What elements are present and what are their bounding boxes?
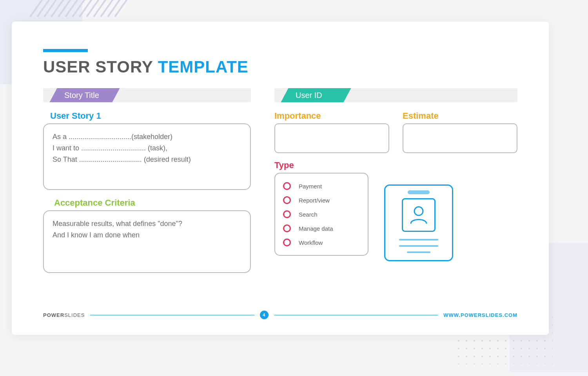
footer-rule-left	[90, 315, 254, 315]
bg-hatch	[38, 0, 132, 20]
slide-card: USER STORY TEMPLATE Story Title User Sto…	[12, 22, 549, 335]
type-option-label: Search	[299, 211, 318, 218]
importance-label: Importance	[274, 111, 389, 121]
story-line-2: I want to ..............................…	[53, 143, 241, 154]
title-part1: USER STORY	[43, 58, 153, 76]
radio-icon	[283, 239, 291, 246]
user-story-heading: User Story 1	[50, 111, 251, 121]
svg-point-0	[414, 207, 423, 215]
user-id-tab-row: User ID	[274, 88, 517, 102]
acceptance-criteria-box: Measurable results, what defines "done"?…	[43, 210, 251, 273]
card-line	[407, 251, 430, 253]
card-notch	[408, 190, 430, 194]
slide-footer: POWERSLIDES 4 WWW.POWERSLIDES.COM	[43, 311, 517, 319]
title-part2: TEMPLATE	[158, 58, 249, 76]
type-option-manage[interactable]: Manage data	[282, 221, 361, 235]
avatar-frame	[402, 198, 436, 232]
right-column: User ID Importance Estimate Type Payment	[274, 88, 517, 273]
acceptance-criteria-heading: Acceptance Criteria	[54, 198, 251, 208]
radio-icon	[283, 224, 291, 232]
criteria-line-2: And I know I am done when	[53, 230, 241, 241]
story-line-3: So That ................................…	[53, 154, 241, 165]
radio-icon	[283, 196, 291, 204]
brand-slim: SLIDES	[64, 312, 85, 318]
brand-bold: POWER	[43, 312, 64, 318]
criteria-line-1: Measurable results, what defines "done"?	[53, 218, 241, 230]
footer-url: WWW.POWERSLIDES.COM	[443, 312, 517, 318]
importance-box	[274, 123, 389, 153]
story-line-1: As a ................................(st…	[53, 131, 241, 143]
estimate-group: Estimate	[403, 111, 517, 153]
user-id-tab-label: User ID	[296, 88, 322, 102]
type-option-payment[interactable]: Payment	[282, 179, 361, 193]
type-label: Type	[274, 160, 517, 170]
accent-bar	[43, 49, 88, 52]
story-title-tab-label: Story Title	[64, 88, 99, 102]
card-line	[399, 245, 438, 247]
type-box: Payment Report/view Search Manage data	[274, 173, 368, 256]
type-option-workflow[interactable]: Workflow	[282, 235, 361, 249]
person-icon	[408, 204, 430, 226]
estimate-box	[403, 123, 517, 153]
footer-rule-right	[274, 315, 438, 315]
type-option-label: Workflow	[299, 239, 323, 246]
type-option-search[interactable]: Search	[282, 207, 361, 221]
user-story-box: As a ................................(st…	[43, 123, 251, 190]
card-line	[399, 239, 438, 240]
left-column: Story Title User Story 1 As a ..........…	[43, 88, 251, 273]
type-option-label: Report/view	[299, 197, 330, 204]
story-title-tab-row: Story Title	[43, 88, 251, 102]
type-option-report[interactable]: Report/view	[282, 193, 361, 207]
radio-icon	[283, 210, 291, 218]
brand-name: POWERSLIDES	[43, 312, 85, 318]
estimate-label: Estimate	[403, 111, 517, 121]
page-number-badge: 4	[260, 311, 269, 319]
type-option-label: Payment	[299, 183, 322, 190]
radio-icon	[283, 182, 291, 190]
type-option-label: Manage data	[299, 225, 333, 232]
profile-card-icon	[384, 184, 453, 261]
importance-group: Importance	[274, 111, 389, 153]
page-title: USER STORY TEMPLATE	[43, 58, 517, 76]
